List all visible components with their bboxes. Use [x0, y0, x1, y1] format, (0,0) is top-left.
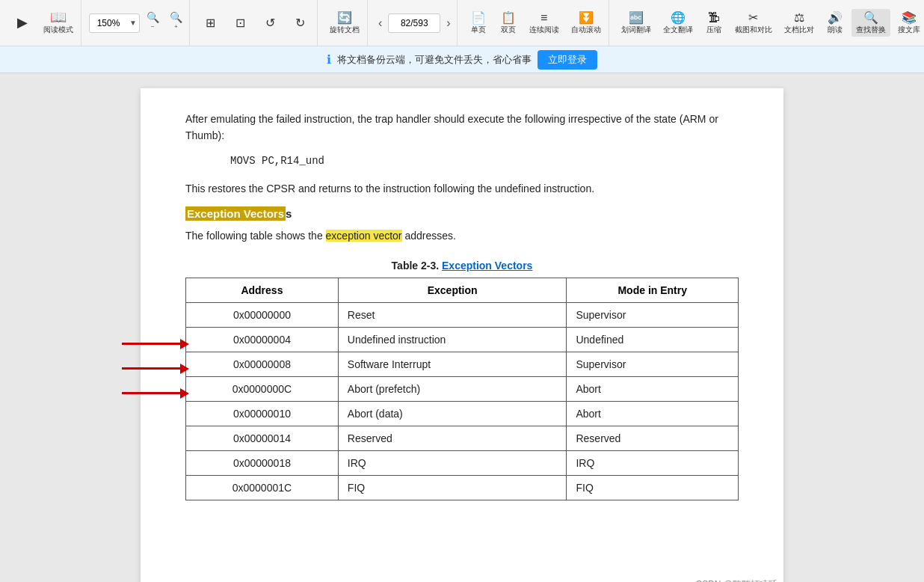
page-next-button[interactable]: › — [443, 15, 453, 31]
layout-icon-4-shape: ↻ — [295, 16, 305, 30]
cell-mode: Reserved — [567, 426, 739, 450]
library-icon: 📚 — [902, 10, 917, 25]
table-title-before: Table 2-3. — [392, 260, 442, 272]
layout-icon-2[interactable]: ⊡ — [227, 14, 254, 31]
table-row: 0x0000000C Abort (prefetch) Abort — [186, 376, 739, 401]
table-row: 0x00000000 Reset Supervisor — [186, 302, 739, 327]
zoom-out-button[interactable]: 🔍− — [143, 10, 163, 37]
cell-mode: FIQ — [567, 475, 739, 500]
table-row: 0x00000014 Reserved Reserved — [186, 426, 739, 450]
table-row: 0x0000001C FIQ FIQ — [186, 475, 739, 500]
single-page-label: 单页 — [471, 25, 486, 35]
layout-icon-3[interactable]: ↺ — [257, 14, 284, 31]
single-page-icon: 📄 — [471, 10, 486, 25]
arrow-1-head — [180, 339, 189, 349]
arrow-3-line — [122, 392, 180, 394]
zoom-control[interactable]: 150% ▼ — [89, 13, 140, 33]
page-input[interactable]: 82/593 — [388, 13, 440, 33]
toolbar-group-zoom: 150% ▼ 🔍− 🔍+ — [86, 0, 190, 46]
cell-mode: Undefined — [567, 327, 739, 352]
full-translate-label: 全文翻译 — [663, 25, 693, 35]
cell-exception: Software Interrupt — [338, 352, 567, 376]
layout-icon-3-shape: ↺ — [265, 16, 275, 30]
double-page-label: 双页 — [501, 25, 516, 35]
cell-address: 0x0000000C — [186, 376, 339, 401]
compress-icon: 🗜 — [708, 11, 720, 25]
info-message: 将文档备份云端，可避免文件丢失，省心省事 — [337, 53, 532, 67]
table-container: Address Exception Mode in Entry 0x000000… — [185, 278, 739, 500]
rotate-button[interactable]: 🔄 旋转文档 — [325, 9, 364, 37]
login-button[interactable]: 立即登录 — [538, 50, 597, 70]
info-bar: ℹ 将文档备份云端，可避免文件丢失，省心省事 立即登录 — [0, 46, 924, 73]
toolbar-group-tools: 🔤 划词翻译 🌐 全文翻译 🗜 压缩 ✂ 截图和对比 ⚖ 文档比对 🔊 朗读 🔍… — [614, 0, 924, 46]
compare-button[interactable]: ⚖ 文档比对 — [780, 9, 819, 37]
auto-scroll-label: 自动滚动 — [571, 25, 601, 35]
full-translate-icon: 🌐 — [671, 10, 686, 25]
compress-label: 压缩 — [706, 25, 721, 35]
compare-label: 文档比对 — [784, 25, 814, 35]
compare-icon: ⚖ — [794, 10, 804, 25]
paragraph-2: This restores the CPSR and returns to th… — [185, 180, 739, 197]
arrow-2-head — [180, 364, 189, 374]
double-page-button[interactable]: 📋 双页 — [495, 9, 522, 37]
library-button[interactable]: 📚 搜文库 — [893, 9, 924, 37]
table-row: 0x00000008 Software Interrupt Supervisor — [186, 352, 739, 376]
zoom-in-button[interactable]: 🔍+ — [166, 10, 186, 37]
word-translate-label: 划词翻译 — [621, 25, 651, 35]
zoom-input[interactable]: 150% — [90, 18, 127, 28]
find-replace-label: 查找替换 — [856, 25, 886, 35]
toolbar: ▶ 📖 阅读模式 150% ▼ 🔍− 🔍+ ⊞ ⊡ ↺ ↻ 🔄 — [0, 0, 924, 46]
cell-exception: Undefined instruction — [338, 327, 567, 352]
watermark: CSDN @鸭鸭打瞌睡 — [695, 578, 777, 582]
toolbar-group-play: ▶ 📖 阅读模式 — [6, 0, 81, 46]
cell-exception: Abort (prefetch) — [338, 376, 567, 401]
para3-highlight: exception vector — [326, 230, 402, 242]
layout-icon-4[interactable]: ↻ — [287, 14, 314, 31]
play-icon: ▶ — [17, 16, 28, 29]
rotate-icon: 🔄 — [337, 10, 352, 25]
main-area: After emulating the failed instruction, … — [0, 73, 924, 582]
word-translate-icon: 🔤 — [629, 10, 644, 25]
find-replace-button[interactable]: 🔍 查找替换 — [851, 9, 890, 37]
para3-after: addresses. — [402, 230, 456, 242]
read-aloud-button[interactable]: 🔊 朗读 — [822, 9, 848, 37]
table-header-row: Address Exception Mode in Entry — [186, 278, 739, 302]
table-title-highlight: Exception Vectors — [442, 260, 532, 272]
layout-icon-1[interactable]: ⊞ — [197, 14, 224, 31]
page-prev-button[interactable]: ‹ — [375, 15, 385, 31]
single-page-button[interactable]: 📄 单页 — [465, 9, 492, 37]
continuous-read-button[interactable]: ≡ 连续阅读 — [525, 10, 564, 37]
layout-icon-1-shape: ⊞ — [206, 16, 215, 30]
toolbar-group-view-mode: 📄 单页 📋 双页 ≡ 连续阅读 ⏬ 自动滚动 — [462, 0, 609, 46]
play-button[interactable]: ▶ — [9, 14, 36, 31]
read-mode-button[interactable]: 📖 阅读模式 — [39, 9, 78, 37]
table-row: 0x00000004 Undefined instruction Undefin… — [186, 327, 739, 352]
info-icon: ℹ — [327, 52, 331, 67]
double-page-icon: 📋 — [501, 10, 516, 25]
arrow-3 — [122, 388, 189, 399]
rotate-label: 旋转文档 — [330, 25, 360, 35]
para3-before: The following table shows the — [185, 230, 326, 242]
exception-vectors-table: Address Exception Mode in Entry 0x000000… — [185, 278, 739, 500]
zoom-dropdown-icon[interactable]: ▼ — [127, 19, 139, 27]
word-translate-button[interactable]: 🔤 划词翻译 — [617, 9, 656, 37]
continuous-label: 连续阅读 — [529, 25, 559, 35]
col-header-address: Address — [186, 278, 339, 302]
code-line: MOVS PC,R14_und — [230, 155, 739, 167]
paragraph-1: After emulating the failed instruction, … — [185, 111, 739, 144]
read-mode-label: 阅读模式 — [43, 25, 73, 35]
table-title: Table 2-3. Exception Vectors — [185, 260, 739, 272]
compress-button[interactable]: 🗜 压缩 — [700, 10, 727, 37]
find-replace-icon: 🔍 — [863, 10, 878, 25]
continuous-icon: ≡ — [540, 11, 547, 25]
full-translate-button[interactable]: 🌐 全文翻译 — [659, 9, 697, 37]
cell-mode: Abort — [567, 376, 739, 401]
cell-mode: Abort — [567, 401, 739, 426]
auto-scroll-icon: ⏬ — [579, 10, 594, 25]
cell-mode: IRQ — [567, 450, 739, 475]
auto-scroll-button[interactable]: ⏬ 自动滚动 — [567, 9, 606, 37]
read-aloud-icon: 🔊 — [828, 10, 843, 25]
screenshot-button[interactable]: ✂ 截图和对比 — [730, 9, 777, 37]
arrow-2 — [122, 364, 189, 374]
layout-icon-2-shape: ⊡ — [235, 16, 245, 30]
